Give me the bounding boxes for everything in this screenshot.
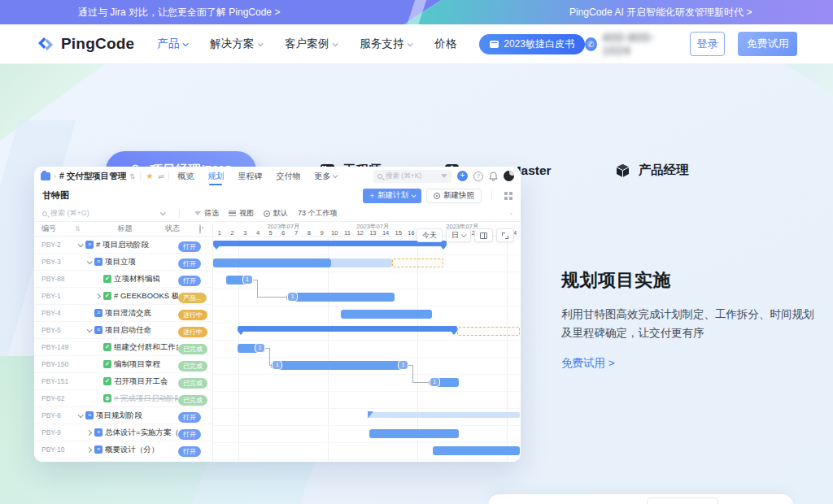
status-badge[interactable]: 打开 (178, 276, 201, 286)
table-row[interactable]: PBY-149✓组建交付群和工作台已完成 (34, 339, 212, 356)
gantt-task-bar[interactable] (369, 429, 459, 438)
gantt-task-bar[interactable]: 1 (432, 378, 459, 387)
hint-icon[interactable]: ◦ (510, 210, 512, 218)
nav-item-价格[interactable]: 价格 (434, 37, 456, 51)
page: 通过与 Jira 对比，让您更全面了解 PingCode > PingCode … (0, 0, 833, 504)
nav-item-客户案例[interactable]: 客户案例 (285, 37, 337, 51)
help-icon[interactable]: ? (473, 172, 483, 181)
fullscreen-button[interactable] (496, 228, 514, 242)
table-row[interactable]: PBY-151✓召开项目开工会已完成 (34, 373, 212, 390)
feature-trial-link[interactable]: 免费试用 > (561, 356, 815, 371)
gantt-summary-bar[interactable] (238, 326, 457, 332)
table-row[interactable]: PBY-150✓编制项目章程已完成 (34, 356, 212, 373)
app-search-input[interactable]: 搜索 (⌘+K) (373, 170, 451, 183)
table-row[interactable]: PBY-1✓# GEEKBOOKS 极...产品... (34, 288, 212, 305)
table-row[interactable]: PBY-4≡项目澄清交底进行中 (34, 305, 212, 322)
gear-icon[interactable] (199, 224, 201, 234)
status-badge[interactable]: 已完成 (178, 361, 207, 371)
gantt-search-input[interactable]: 搜索 (⌘+G) (42, 208, 164, 219)
new-plan-button[interactable]: + 新建计划 (363, 189, 421, 203)
table-row[interactable]: PBY-2≡# 项目启动阶段打开 (34, 237, 212, 254)
nav-item-服务支持[interactable]: 服务支持 (360, 37, 412, 51)
gantt-task-bar[interactable]: 11 (274, 361, 406, 370)
table-row[interactable]: PBY-5≡项目启动任命进行中 (34, 322, 212, 339)
table-row[interactable]: PBY-88✓立项材料编辑打开 (34, 271, 212, 288)
expander-down-icon[interactable] (76, 414, 83, 418)
row-title-cell: ≡项目规划阶段 (75, 411, 178, 421)
app-tab-交付物[interactable]: 交付物 (276, 167, 300, 185)
switch-icon[interactable]: ⇄ (158, 172, 164, 180)
table-row[interactable]: PBY-10≡概要设计（分）打开 (34, 441, 212, 458)
gantt-summary-bar[interactable] (213, 241, 447, 246)
table-row[interactable]: PBY-8≡项目规划阶段打开 (34, 407, 212, 424)
app-tab-规划[interactable]: 规划 (207, 167, 224, 185)
status-badge[interactable]: 打开 (178, 241, 201, 252)
sort-icon[interactable]: ⇅ (75, 225, 85, 232)
app-header-right: 搜索 (⌘+K) + ? (373, 170, 514, 183)
expander-down-icon[interactable] (85, 260, 92, 264)
gantt-summary-bar-light[interactable] (368, 412, 520, 418)
nav-item-解决方案[interactable]: 解决方案 (210, 37, 262, 51)
expander-down-icon[interactable] (76, 243, 83, 247)
status-badge[interactable]: 已完成 (178, 395, 207, 406)
gantt-task-bar[interactable]: 1 (238, 344, 263, 353)
plus-icon: + (369, 191, 374, 200)
status-badge[interactable]: 打开 (178, 429, 201, 440)
time-unit-select[interactable]: 日 (446, 228, 471, 242)
persona-tab-产品经理[interactable]: 产品经理 (615, 162, 689, 179)
banner-link-ai[interactable]: PingCode AI 开启智能化研发管理新时代 > (569, 0, 752, 24)
table-row[interactable]: PBY-3≡项目立项打开 (34, 254, 212, 271)
user-avatar[interactable] (504, 171, 514, 181)
status-badge[interactable]: 进行中 (178, 327, 207, 337)
status-badge[interactable]: 打开 (178, 259, 201, 269)
favorite-star-icon[interactable]: ★ (146, 172, 153, 180)
table-row[interactable]: PBY-62◆# 完成项目启动阶段...已完成 (34, 390, 212, 407)
column-title[interactable]: 标题 (85, 224, 165, 234)
app-tab-更多[interactable]: 更多 (314, 167, 337, 185)
default-view-button[interactable]: 默认 (264, 208, 288, 219)
table-row[interactable]: PBY-9≡总体设计=实施方案（...打开 (34, 424, 212, 441)
add-button[interactable]: + (457, 171, 468, 181)
expander-right-icon[interactable] (94, 294, 101, 298)
status-badge[interactable]: 打开 (178, 446, 201, 457)
filter-button[interactable]: 筛选 (194, 208, 219, 219)
app-tab-里程碑[interactable]: 里程碑 (238, 167, 262, 185)
work-item-task-icon: ✓ (103, 292, 111, 300)
today-button[interactable]: 今天 (416, 228, 443, 242)
status-badge[interactable]: 已完成 (178, 378, 207, 389)
day-label: 15 (392, 229, 405, 237)
row-title-cell: ≡# 项目启动阶段 (75, 240, 178, 250)
gantt-task-bar[interactable] (213, 259, 331, 267)
login-button[interactable]: 登录 (690, 32, 726, 56)
gantt-task-bar[interactable] (433, 446, 520, 455)
new-snapshot-button[interactable]: 新建快照 (426, 189, 482, 203)
status-badge[interactable]: 进行中 (178, 310, 207, 320)
column-status[interactable]: 状态 (165, 224, 199, 234)
row-id: PBY-62 (34, 394, 75, 402)
expander-right-icon[interactable] (85, 431, 92, 435)
column-id[interactable]: 编号 (34, 224, 75, 234)
pingcode-logo[interactable]: PingCode (36, 34, 134, 54)
status-badge[interactable]: 产品... (178, 293, 207, 303)
bell-icon[interactable] (489, 172, 498, 181)
day-label: 11 (341, 229, 354, 237)
banner-link-jira[interactable]: 通过与 Jira 对比，让您更全面了解 PingCode > (78, 0, 280, 24)
expander-down-icon[interactable] (85, 328, 92, 332)
main-nav: PingCode 产品解决方案客户案例服务支持价格 2023敏捷白皮书 ✆ 40… (0, 24, 833, 63)
status-badge[interactable]: 打开 (178, 412, 201, 423)
free-trial-button[interactable]: 免费试用 (738, 32, 797, 56)
status-badge[interactable]: 已完成 (178, 344, 207, 354)
gantt-task-bar[interactable] (341, 310, 432, 319)
nav-item-label: 客户案例 (285, 37, 329, 51)
expander-right-icon[interactable] (85, 448, 92, 452)
view-settings-button[interactable]: 视图 (229, 208, 254, 219)
breadcrumb[interactable]: › # 交付型项目管理 ⇅ (41, 171, 135, 182)
grid-view-icon[interactable] (504, 192, 512, 200)
nav-item-产品[interactable]: 产品 (157, 37, 187, 51)
gantt-task-bar[interactable]: 1 (290, 293, 395, 302)
split-view-button[interactable] (474, 228, 493, 242)
app-tab-概览[interactable]: 概览 (177, 167, 194, 185)
gantt-task-bar[interactable]: 1 (226, 276, 251, 285)
project-title: # 交付型项目管理 (59, 171, 126, 182)
whitepaper-badge[interactable]: 2023敏捷白皮书 (479, 34, 585, 54)
